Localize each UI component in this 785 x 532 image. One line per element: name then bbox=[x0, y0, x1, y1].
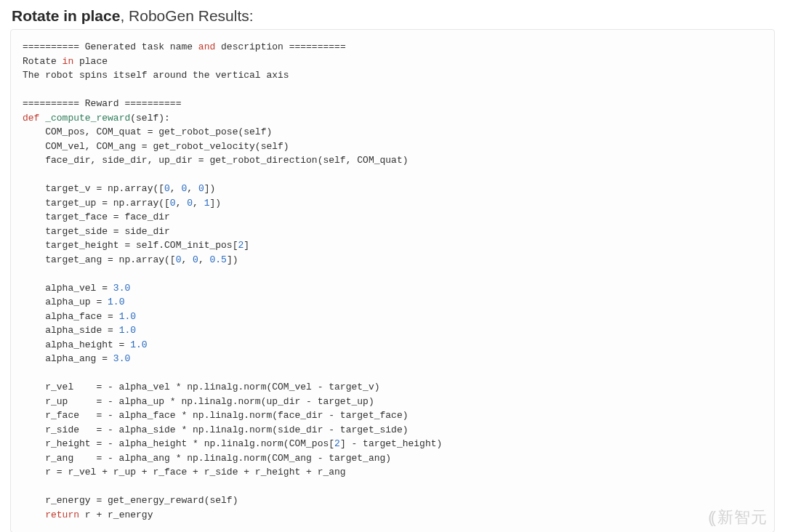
code-token-num: 0 bbox=[170, 198, 176, 209]
code-token: alpha_ang = bbox=[23, 353, 113, 364]
code-block-container: ========== Generated task name and descr… bbox=[10, 29, 775, 532]
code-token: target_face = face_dir bbox=[23, 211, 170, 222]
code-token-num: 2 bbox=[334, 438, 340, 449]
code-token: r_height = - alpha_height * np.linalg.no… bbox=[23, 438, 334, 449]
code-token: ] - target_height) bbox=[340, 438, 442, 449]
code-token: , bbox=[187, 183, 198, 194]
code-token: alpha_up = bbox=[23, 297, 108, 307]
code-token-kw: in bbox=[63, 56, 74, 67]
code-token: place bbox=[73, 56, 108, 67]
code-token: r_up = - alpha_up * np.linalg.norm(up_di… bbox=[23, 396, 374, 407]
code-token: , bbox=[193, 198, 204, 209]
code-token: Rotate bbox=[23, 56, 63, 67]
code-token: r + r_energy bbox=[79, 509, 153, 520]
code-token: r_ang = - alpha_ang * np.linalg.norm(COM… bbox=[23, 453, 391, 464]
code-token: ] bbox=[243, 240, 249, 251]
code-token: COM_vel, COM_ang = get_robot_velocity(se… bbox=[23, 141, 289, 152]
code-token: ]) bbox=[227, 254, 238, 265]
code-token: , bbox=[181, 254, 193, 265]
code-token: r = r_vel + r_up + r_face + r_side + r_h… bbox=[23, 467, 346, 477]
code-token: ]) bbox=[210, 198, 222, 209]
code-token-num: 1.0 bbox=[119, 325, 136, 336]
code-block: ========== Generated task name and descr… bbox=[23, 40, 762, 522]
code-token: description ========== bbox=[215, 41, 345, 52]
code-token-num: 1.0 bbox=[130, 339, 147, 350]
code-token: The robot spins itself around the vertic… bbox=[23, 70, 289, 81]
code-token-kw: and bbox=[198, 41, 215, 52]
code-token: , bbox=[176, 198, 188, 209]
code-token: ========== Generated task name bbox=[23, 41, 198, 52]
code-token: , bbox=[198, 254, 210, 265]
page-title: Rotate in place, RoboGen Results: bbox=[12, 7, 775, 25]
code-token bbox=[23, 509, 45, 520]
code-token-kw: def bbox=[23, 113, 39, 124]
code-token-num: 1.0 bbox=[108, 297, 124, 307]
code-token: alpha_side = bbox=[23, 325, 119, 336]
code-token: target_v = np.array([ bbox=[23, 183, 164, 194]
title-rest: , RoboGen Results: bbox=[120, 7, 253, 24]
code-token-fn: _compute_reward bbox=[45, 113, 130, 124]
code-token: alpha_face = bbox=[23, 311, 119, 322]
code-token-num: 0 bbox=[193, 254, 198, 265]
code-token: ]) bbox=[204, 183, 216, 194]
code-token: r_energy = get_energy_reward(self) bbox=[23, 495, 238, 506]
code-token: , bbox=[170, 183, 182, 194]
code-token: ========== Reward ========== bbox=[23, 98, 181, 109]
code-token-num: 0 bbox=[187, 198, 193, 209]
code-token-kw: return bbox=[45, 509, 79, 520]
title-bold: Rotate in place bbox=[12, 7, 120, 24]
code-token: target_side = side_dir bbox=[23, 226, 170, 237]
code-token: target_up = np.array([ bbox=[23, 198, 170, 209]
code-token: (self): bbox=[130, 113, 170, 124]
code-token: COM_pos, COM_quat = get_robot_pose(self) bbox=[23, 126, 272, 137]
code-token: target_ang = np.array([ bbox=[23, 254, 176, 265]
code-token-num: 3.0 bbox=[113, 353, 130, 364]
code-token: r_side = - alpha_side * np.linalg.norm(s… bbox=[23, 424, 408, 435]
code-token: alpha_vel = bbox=[23, 283, 113, 294]
code-token: r_face = - alpha_face * np.linalg.norm(f… bbox=[23, 410, 408, 421]
code-token-num: 0.5 bbox=[209, 254, 226, 265]
code-token-num: 1 bbox=[204, 198, 210, 209]
code-token: r_vel = - alpha_vel * np.linalg.norm(COM… bbox=[23, 382, 379, 392]
code-token-num: 0 bbox=[164, 183, 170, 194]
code-token: face_dir, side_dir, up_dir = get_robot_d… bbox=[23, 155, 408, 166]
code-token: target_height = self.COM_init_pos[ bbox=[23, 240, 238, 251]
code-token-num: 1.0 bbox=[119, 311, 136, 322]
code-token-num: 0 bbox=[198, 183, 204, 194]
code-token-num: 3.0 bbox=[113, 283, 130, 294]
code-token: alpha_height = bbox=[23, 339, 130, 350]
